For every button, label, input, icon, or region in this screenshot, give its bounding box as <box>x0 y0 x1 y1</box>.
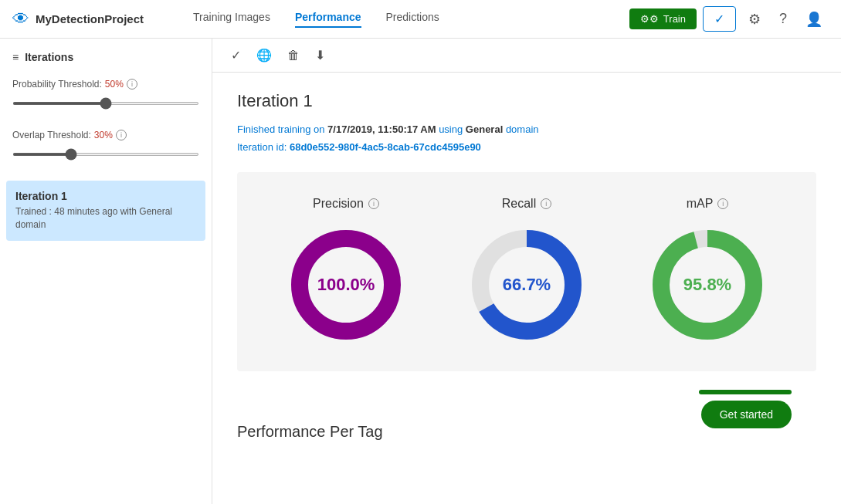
avatar-button[interactable]: 👤 <box>799 8 829 31</box>
nav-performance[interactable]: Performance <box>295 11 361 28</box>
nav-predictions[interactable]: Predictions <box>386 11 439 28</box>
overlap-threshold-section: Overlap Threshold: 30% i <box>0 123 212 174</box>
overlap-threshold-label: Overlap Threshold: 30% i <box>12 130 199 140</box>
probability-threshold-label: Probability Threshold: 50% i <box>12 79 199 90</box>
precision-info-icon[interactable]: i <box>368 198 379 209</box>
training-info-1: Finished training on <box>237 123 327 135</box>
probability-info-icon[interactable]: i <box>127 79 137 90</box>
toolbar-check-icon[interactable]: ✓ <box>231 48 241 63</box>
layers-icon: ≡ <box>12 51 19 63</box>
iteration-list-item[interactable]: Iteration 1 Trained : 48 minutes ago wit… <box>6 181 205 241</box>
logo-area: 👁 MyDetectionProject <box>12 9 144 29</box>
toolbar-trash-icon[interactable]: 🗑 <box>287 49 300 63</box>
probability-threshold-section: Probability Threshold: 50% i <box>0 73 212 123</box>
precision-donut: 100.0% <box>284 223 408 347</box>
map-donut: 95.8% <box>646 223 769 347</box>
overlap-info-icon[interactable]: i <box>116 130 127 140</box>
precision-label: Precision i <box>313 197 379 211</box>
iteration-id-label: Iteration id: <box>237 141 290 153</box>
perf-per-tag-title: Performance Per Tag <box>237 423 383 441</box>
header-actions: ⚙⚙ Train ✓ ⚙ ? 👤 <box>629 6 829 32</box>
iteration-detail: Iteration 1 Finished training on 7/17/20… <box>212 73 841 459</box>
recall-donut: 66.7% <box>465 223 588 347</box>
get-started-button[interactable]: Get started <box>701 401 792 428</box>
settings-button[interactable]: ⚙ <box>742 8 767 31</box>
precision-value: 100.0% <box>317 275 375 295</box>
main-content: ✓ 🌐 🗑 ⬇ Iteration 1 Finished training on… <box>212 39 841 504</box>
iterations-label: Iterations <box>25 51 73 63</box>
sidebar: ≡ Iterations Probability Threshold: 50% … <box>0 39 212 504</box>
checkmark-icon: ✓ <box>714 12 724 26</box>
training-info-3: domain <box>503 123 538 135</box>
overlap-threshold-value: 30% <box>94 130 113 140</box>
check-button[interactable]: ✓ <box>703 6 736 32</box>
recall-card: Recall i 66.7% <box>465 197 588 347</box>
help-button[interactable]: ? <box>773 8 793 30</box>
overlap-threshold-slider[interactable] <box>12 153 199 156</box>
eye-icon: 👁 <box>12 9 29 29</box>
probability-threshold-slider[interactable] <box>12 102 199 105</box>
map-label: mAP i <box>687 197 729 211</box>
training-info-2: using <box>436 123 466 135</box>
sidebar-header: ≡ Iterations <box>0 51 212 73</box>
training-domain: General <box>466 123 503 135</box>
iteration-info: Finished training on 7/17/2019, 11:50:17… <box>237 120 816 157</box>
get-started-area: Get started <box>674 390 816 441</box>
map-value: 95.8% <box>683 275 731 295</box>
probability-slider-container <box>12 94 199 108</box>
header: 👁 MyDetectionProject Training Images Per… <box>0 0 841 39</box>
training-date: 7/17/2019, 11:50:17 AM <box>327 123 436 135</box>
metrics-container: Precision i 100.0% Recall <box>237 172 816 371</box>
map-info-icon[interactable]: i <box>717 198 728 209</box>
gear-icon: ⚙⚙ <box>640 13 659 25</box>
probability-threshold-value: 50% <box>105 79 124 90</box>
iteration-item-title: Iteration 1 <box>15 190 196 202</box>
iteration-title: Iteration 1 <box>237 91 816 111</box>
toolbar-globe-icon[interactable]: 🌐 <box>256 48 272 63</box>
main-nav: Training Images Performance Predictions <box>193 11 611 28</box>
recall-value: 66.7% <box>503 275 551 295</box>
recall-info-icon[interactable]: i <box>541 198 551 209</box>
main-layout: ≡ Iterations Probability Threshold: 50% … <box>0 39 841 504</box>
map-card: mAP i 95.8% <box>646 197 769 347</box>
nav-training-images[interactable]: Training Images <box>193 11 270 28</box>
recall-label: Recall i <box>502 197 551 211</box>
project-name: MyDetectionProject <box>36 12 144 25</box>
progress-bar <box>699 390 792 394</box>
iteration-id: 68d0e552-980f-4ac5-8cab-67cdc4595e90 <box>290 141 481 153</box>
toolbar: ✓ 🌐 🗑 ⬇ <box>212 39 841 73</box>
precision-card: Precision i 100.0% <box>284 197 408 347</box>
toolbar-download-icon[interactable]: ⬇ <box>315 48 325 63</box>
overlap-slider-container <box>12 145 199 159</box>
iteration-item-subtitle: Trained : 48 minutes ago with General do… <box>15 205 196 232</box>
train-button[interactable]: ⚙⚙ Train <box>629 8 697 29</box>
